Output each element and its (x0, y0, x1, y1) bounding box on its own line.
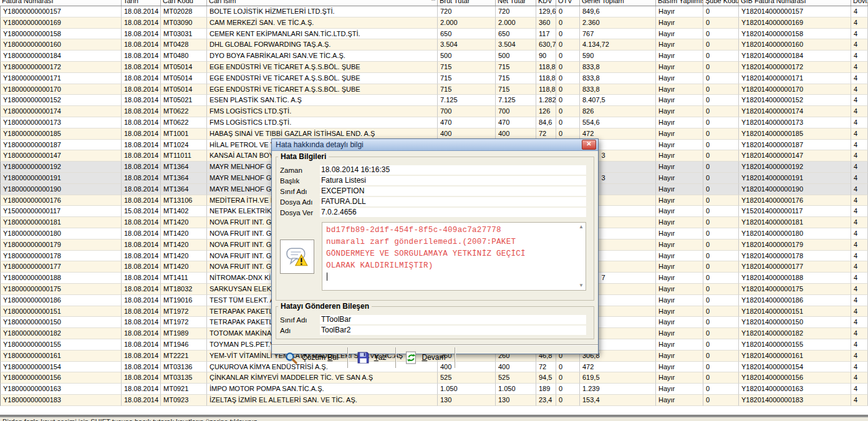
cell-doviz[interactable]: 4 (851, 306, 868, 317)
cell-tarih[interactable]: 18.08.2014 (122, 328, 161, 339)
cell-doviz[interactable]: 4 (851, 184, 868, 195)
cell-sube-kodu[interactable]: 0 (703, 273, 739, 284)
cell-genel-toplam[interactable]: 472 (580, 128, 656, 140)
table-row[interactable]: Y1800000000016018.08.2014MT0428DHL GLOBA… (0, 39, 868, 51)
column-header-cari-isim[interactable]: Cari İsim△ (207, 0, 438, 6)
cell-tarih[interactable]: 18.08.2014 (122, 62, 161, 73)
cell-doviz[interactable]: 4 (851, 251, 868, 262)
cell-gib-fatura-no[interactable]: Y182014000000161 (739, 351, 851, 362)
cell-sube-kodu[interactable]: 0 (703, 228, 739, 240)
cell-tarih[interactable]: 18.08.2014 (122, 284, 161, 295)
column-header-net-tutar[interactable]: Net Tutar (496, 0, 536, 6)
cell-tarih[interactable]: 18.08.2014 (122, 84, 161, 95)
cell-cari-kodu[interactable]: MT0923 (161, 395, 207, 406)
cell-fatura-no[interactable]: Y18000000000190 (0, 184, 122, 195)
cell-brut-tutar[interactable]: 650 (438, 29, 496, 40)
cell-net-tutar[interactable]: 715 (496, 73, 536, 84)
cell-gib-fatura-no[interactable]: Y182014000000192 (739, 162, 851, 173)
cell-cari-isim[interactable]: FMS LOGİSTİCS LTD.ŞTİ. (207, 117, 438, 128)
cell-genel-toplam[interactable]: 833,8 (580, 62, 656, 73)
cell-cari-isim[interactable]: EGE ENDÜSTRİ VE TİCARET A.Ş.S.BÖL. ŞUBE (207, 84, 438, 95)
cell-basim-yapilmis[interactable]: Hayır (656, 362, 703, 373)
cell-tarih[interactable]: 18.08.2014 (122, 140, 161, 151)
cell-gib-fatura-no[interactable]: Y182014000000151 (739, 306, 851, 317)
cell-tarih[interactable]: 18.08.2014 (122, 295, 161, 306)
cell-fatura-no[interactable]: Y18000000000151 (0, 306, 122, 317)
cell-cari-kodu[interactable]: MT03135 (161, 372, 207, 384)
cell-doviz[interactable]: 4 (851, 73, 868, 84)
cell-kdv[interactable]: 129,6 (536, 6, 556, 17)
cell-cari-isim[interactable]: EGE ENDÜSTRİ VE TİCARET A.Ş.S.BÖL. ŞUBE (207, 62, 438, 73)
scroll-up-icon[interactable]: ▲ (579, 225, 584, 230)
cell-doviz[interactable]: 4 (851, 240, 868, 251)
cell-basim-yapilmis[interactable]: Hayır (656, 339, 703, 351)
cell-basim-yapilmis[interactable]: Hayır (656, 228, 703, 240)
table-row[interactable]: Y1800000000017318.08.2014MT0622FMS LOGİS… (0, 117, 868, 128)
field-value[interactable]: ToolBar2 (320, 326, 586, 335)
cell-tarih[interactable]: 18.08.2014 (122, 228, 161, 240)
cell-basim-yapilmis[interactable]: Hayır (656, 162, 703, 173)
cell-doviz[interactable]: 4 (851, 395, 868, 406)
cell-doviz[interactable]: 4 (851, 106, 868, 117)
cell-tarih[interactable]: 18.08.2014 (122, 261, 161, 273)
cell-doviz[interactable]: 4 (851, 217, 868, 228)
cell-basim-yapilmis[interactable]: Hayır (656, 39, 703, 51)
cell-otv[interactable]: 0 (556, 29, 580, 40)
cell-gib-fatura-no[interactable]: Y182014000000176 (739, 195, 851, 206)
cell-brut-tutar[interactable]: 500 (438, 51, 496, 62)
field-value[interactable]: 18.08.2014 16:16:35 (320, 165, 586, 175)
column-header-kdv[interactable]: KDV (536, 0, 556, 6)
cell-basim-yapilmis[interactable]: Hayır (656, 29, 703, 40)
cell-gib-fatura-no[interactable]: Y182014000000182 (739, 328, 851, 339)
cell-basim-yapilmis[interactable]: Hayır (656, 62, 703, 73)
cell-cari-kodu[interactable]: MT0921 (161, 384, 207, 395)
cell-doviz[interactable]: 4 (851, 17, 868, 29)
table-row[interactable]: Y1800000000016318.08.2014MT0921İMPO MOTO… (0, 384, 868, 395)
table-row[interactable]: Y1800000000017218.08.2014MT05014EGE ENDÜ… (0, 62, 868, 73)
cell-otv[interactable]: 0 (556, 95, 580, 106)
cell-doviz[interactable]: 4 (851, 261, 868, 273)
cell-sube-kodu[interactable]: 0 (703, 351, 739, 362)
cell-kdv[interactable]: 72 (536, 128, 556, 140)
table-row[interactable]: Y1800000000015818.08.2014MT03031CEMER KE… (0, 29, 868, 40)
table-row[interactable]: Y1800000000015718.08.2014MT02028BOLTE LO… (0, 6, 868, 17)
cell-doviz[interactable]: 4 (851, 339, 868, 351)
cell-basim-yapilmis[interactable]: Hayır (656, 328, 703, 339)
cell-cari-kodu[interactable]: MT1024 (161, 140, 207, 151)
cell-basim-yapilmis[interactable]: Hayır (656, 295, 703, 306)
cell-cari-kodu[interactable]: MT0622 (161, 106, 207, 117)
cell-basim-yapilmis[interactable]: Hayır (656, 251, 703, 262)
cell-cari-kodu[interactable]: MT05014 (161, 84, 207, 95)
cell-cari-kodu[interactable]: MT1946 (161, 339, 207, 351)
cell-basim-yapilmis[interactable]: Hayır (656, 73, 703, 84)
yaz-button[interactable]: Yaz (349, 347, 394, 368)
cell-sube-kodu[interactable]: 0 (703, 29, 739, 40)
cell-gib-fatura-no[interactable]: Y182014000000152 (739, 95, 851, 106)
column-header-brut-tutar[interactable]: Brüt Tutar (438, 0, 496, 6)
cell-doviz[interactable]: 4 (851, 39, 868, 51)
cell-tarih[interactable]: 15.08.2014 (122, 206, 161, 217)
cell-kdv[interactable]: 118,8 (536, 73, 556, 84)
cell-doviz[interactable]: 4 (851, 273, 868, 284)
cell-genel-toplam[interactable]: 153,4 (580, 395, 656, 406)
column-header-genel-toplam[interactable]: Genel Toplam (580, 0, 656, 6)
cell-fatura-no[interactable]: Y18000000000170 (0, 84, 122, 95)
cell-tarih[interactable]: 18.08.2014 (122, 372, 161, 384)
cell-gib-fatura-no[interactable]: Y182014000000169 (739, 17, 851, 29)
cell-doviz[interactable]: 4 (851, 295, 868, 306)
cell-cari-kodu[interactable]: MT0428 (161, 39, 207, 51)
cell-genel-toplam[interactable]: 849,6 (580, 6, 656, 17)
cell-cari-kodu[interactable]: MT1972 (161, 317, 207, 328)
cell-gib-fatura-no[interactable]: Y182014000000178 (739, 251, 851, 262)
cell-tarih[interactable]: 18.08.2014 (122, 29, 161, 40)
cell-cari-kodu[interactable]: MT1972 (161, 306, 207, 317)
cell-otv[interactable]: 0 (556, 73, 580, 84)
table-row[interactable]: Y1800000000017118.08.2014MT05014EGE ENDÜ… (0, 73, 868, 84)
cell-fatura-no[interactable]: Y18000000000192 (0, 162, 122, 173)
field-value[interactable]: FATURA.DLL (320, 197, 586, 206)
cell-cari-isim[interactable]: BOLTE LOJİSTİK HİZMETLERİ LTD.ŞTİ. (207, 6, 438, 17)
close-button[interactable]: ✕ (582, 140, 596, 150)
cell-otv[interactable]: 0 (556, 62, 580, 73)
column-header-sube-kodu[interactable]: Şube Kodu (703, 0, 739, 6)
cell-genel-toplam[interactable]: 833,8 (580, 84, 656, 95)
